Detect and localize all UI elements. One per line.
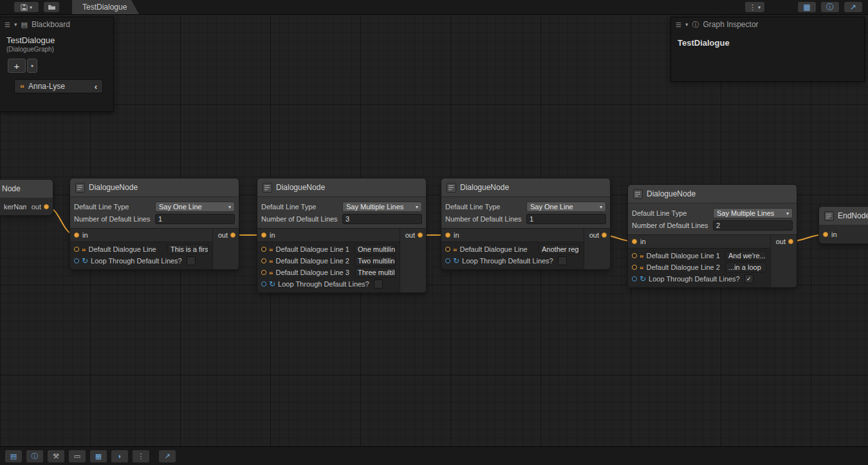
loop-checkbox[interactable]: [187, 256, 196, 265]
blackboard-button[interactable]: ▤: [5, 450, 22, 462]
in-port[interactable]: [823, 232, 828, 237]
inspector-button[interactable]: ⓘ: [26, 450, 43, 462]
maximize-button[interactable]: ↗: [844, 2, 862, 12]
loop-port[interactable]: [445, 258, 450, 263]
line-input[interactable]: This is a first: [167, 244, 208, 254]
line-port[interactable]: [261, 247, 266, 252]
line-input[interactable]: Another regu: [539, 244, 580, 254]
window-button[interactable]: ▭: [69, 450, 86, 462]
save-button[interactable]: ▾: [14, 2, 39, 12]
in-port[interactable]: [632, 239, 637, 244]
loop-port[interactable]: [261, 281, 266, 287]
line-input[interactable]: Two multiline: [355, 256, 396, 266]
line-count-input[interactable]: 2: [713, 220, 793, 231]
hamburger-icon[interactable]: ☰: [676, 21, 681, 28]
in-port[interactable]: [74, 232, 79, 238]
line-label: Default Dialogue Line 1: [276, 245, 349, 253]
quote-icon: “: [640, 257, 644, 260]
inspector-header[interactable]: ☰ ▾ ⓘ Graph Inspector: [671, 17, 864, 32]
inspector-icon: ⓘ: [826, 2, 834, 13]
line-count-input[interactable]: 1: [526, 214, 606, 224]
chevron-down-icon: ▾: [228, 204, 231, 210]
dialogue-icon: ◗: [118, 452, 122, 460]
grid-button[interactable]: ▦: [90, 450, 107, 462]
line-input[interactable]: And we're...: [725, 251, 766, 261]
line-type-dropdown[interactable]: Say One Line ▾: [155, 202, 235, 212]
dialogue-node-3[interactable]: DialogueNode Default Line Type Say One L…: [441, 178, 611, 270]
line-port[interactable]: [632, 265, 637, 270]
add-property-button[interactable]: +: [8, 59, 26, 73]
out-port[interactable]: [44, 204, 49, 209]
loop-icon: ↻: [453, 257, 459, 265]
out-port[interactable]: [418, 232, 423, 238]
overflow-menu-button[interactable]: ⋮ ▾: [745, 2, 764, 12]
line-type-label: Default Line Type: [261, 203, 342, 211]
blackboard-header[interactable]: ☰ ▾ ▤ Blackboard: [0, 17, 113, 32]
inspector-icon: ⓘ: [692, 20, 699, 30]
quote-icon: “: [640, 269, 644, 271]
out-label: out: [589, 231, 599, 239]
line-count-input[interactable]: 3: [342, 214, 422, 224]
in-port[interactable]: [445, 232, 450, 238]
open-external-button[interactable]: ↗: [159, 450, 176, 462]
loop-label: Loop Through Default Lines?: [278, 280, 369, 288]
dialogue-node-1[interactable]: DialogueNode Default Line Type Say One L…: [69, 178, 239, 270]
out-port[interactable]: [788, 239, 793, 244]
blackboard-toggle-button[interactable]: ▦: [798, 2, 816, 12]
inspector-toggle-button[interactable]: ⓘ: [821, 2, 839, 12]
tools-button[interactable]: ⚒: [48, 450, 64, 462]
line-input[interactable]: ...in a loop: [725, 262, 766, 272]
line-label: Default Dialogue Line 2: [647, 263, 720, 271]
add-property-caret[interactable]: ▾: [27, 59, 37, 73]
line-input[interactable]: One multiline: [355, 244, 396, 254]
dialogue-button[interactable]: ◗: [111, 450, 128, 462]
blackboard-panel: ☰ ▾ ▤ Blackboard TestDialogue (DialogueG…: [0, 17, 114, 112]
out-label: out: [405, 231, 415, 239]
kebab-icon: ⋮: [749, 3, 756, 12]
in-label: in: [831, 231, 837, 238]
chevron-left-icon[interactable]: ‹: [95, 82, 97, 91]
loop-checkbox[interactable]: [374, 280, 383, 289]
line-port[interactable]: [261, 258, 266, 263]
line-input[interactable]: Three multili: [355, 267, 396, 278]
line-type-dropdown[interactable]: Say Multiple Lines ▾: [342, 202, 422, 212]
out-port[interactable]: [602, 232, 607, 238]
collapse-chevron-icon[interactable]: ▾: [14, 21, 17, 28]
inspector-title: Graph Inspector: [703, 20, 759, 29]
more-button[interactable]: ⋮: [133, 450, 149, 462]
end-script-icon: [824, 211, 834, 221]
end-node[interactable]: EndNode in: [818, 206, 868, 244]
dialogue-node-2[interactable]: DialogueNode Default Line Type Say Multi…: [257, 178, 427, 293]
dialogue-script-icon: [447, 183, 456, 193]
line-label: Default Dialogue Line: [460, 245, 528, 253]
loop-checkbox[interactable]: ✓: [744, 274, 753, 283]
quote-icon: “: [82, 251, 86, 253]
loop-row: ↻ Loop Through Default Lines? ✓: [628, 273, 770, 284]
loop-port[interactable]: [632, 276, 637, 281]
open-asset-button[interactable]: [44, 2, 59, 12]
line-port[interactable]: [632, 253, 637, 258]
in-port[interactable]: [261, 232, 266, 238]
line-port[interactable]: [445, 247, 450, 252]
line-type-dropdown[interactable]: Say Multiple Lines ▾: [713, 208, 793, 218]
bottom-toolbar: ▤ ⓘ ⚒ ▭ ▦ ◗ ⋮ ↗: [0, 446, 868, 465]
collapse-chevron-icon[interactable]: ▾: [685, 21, 688, 28]
out-port[interactable]: [230, 232, 235, 238]
loop-label: Loop Through Default Lines?: [462, 257, 553, 265]
line-count-input[interactable]: 1: [155, 214, 235, 224]
line-type-dropdown[interactable]: Say One Line ▾: [526, 202, 606, 212]
hamburger-icon[interactable]: ☰: [5, 21, 10, 28]
chevron-down-icon: ▾: [758, 5, 761, 10]
blackboard-field-anna-lyse[interactable]: “ Anna-Lyse ‹: [14, 79, 103, 93]
quote-icon: “: [20, 86, 24, 90]
loop-checkbox[interactable]: [558, 256, 567, 265]
line-port[interactable]: [261, 270, 266, 275]
blackboard-graph-name: TestDialogue: [6, 35, 107, 45]
tab-testdialogue[interactable]: TestDialogue: [72, 0, 139, 14]
in-label: in: [82, 231, 88, 239]
line-port[interactable]: [74, 247, 79, 252]
dialogue-node-4[interactable]: DialogueNode Default Line Type Say Multi…: [627, 184, 797, 288]
loop-port[interactable]: [74, 258, 79, 263]
grid-icon: ▦: [95, 452, 102, 460]
speaker-node[interactable]: Node kerName out: [0, 179, 53, 216]
